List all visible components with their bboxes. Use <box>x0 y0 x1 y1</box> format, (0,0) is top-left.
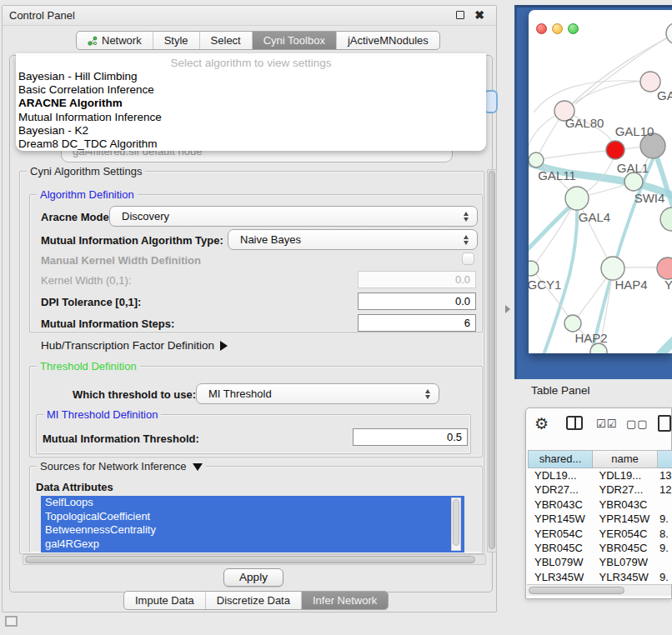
close-icon[interactable]: ✖ <box>474 8 484 22</box>
table-cell[interactable] <box>657 498 672 512</box>
node-label-y: Y <box>664 278 672 292</box>
attribute-item-gal4rgexp[interactable]: gal4RGexp <box>41 538 464 552</box>
which-threshold-combo[interactable]: MI Threshold <box>196 383 439 404</box>
settings-vscroll-thumb[interactable] <box>489 171 495 549</box>
settings-vertical-scrollbar[interactable] <box>487 169 497 552</box>
columns-icon[interactable] <box>566 416 583 430</box>
splitter-collapse-arrow[interactable] <box>505 305 510 313</box>
network-node-gal11[interactable] <box>529 152 544 168</box>
float-window-icon[interactable] <box>456 11 464 19</box>
tab-select[interactable]: Select <box>200 32 253 49</box>
bottom-tab-infer-network[interactable]: Infer Network <box>302 592 388 609</box>
table-row[interactable]: YER054CYER054C8. <box>528 527 672 541</box>
apply-button[interactable]: Apply <box>223 568 283 587</box>
table-cell[interactable]: YER054C <box>528 527 593 541</box>
settings-group-title: Cyni Algorithm Settings <box>27 165 145 178</box>
dpi-tolerance-field[interactable]: 0.0 <box>358 292 476 310</box>
bottom-tab-discretize-data[interactable]: Discretize Data <box>206 592 302 609</box>
table-cell[interactable]: YER054C <box>593 527 658 541</box>
column-header-2[interactable] <box>658 450 672 468</box>
network-node-gcy1[interactable] <box>529 261 539 276</box>
node-label-gal11: GAL11 <box>538 168 576 182</box>
algorithm-option-bayesian-k2[interactable]: Bayesian - K2 <box>16 124 486 138</box>
table-cell[interactable]: YBL079W <box>593 555 658 569</box>
table-row[interactable]: YBL079WYBL079W <box>528 555 672 569</box>
table-row[interactable]: YBR043CYBR043C <box>528 498 672 512</box>
table-row[interactable]: YDR27...YDR27...12 <box>528 482 672 497</box>
table-cell[interactable]: YBR045C <box>528 541 593 555</box>
tab-cyni-toolbox[interactable]: Cyni Toolbox <box>253 32 337 49</box>
table-cell[interactable]: YLR345W <box>528 570 593 584</box>
algorithm-option-bayesian-hill-climbing[interactable]: Bayesian - Hill Climbing <box>16 70 486 83</box>
hub-transcription-factor-expander[interactable]: Hub/Transcription Factor Definition <box>41 339 228 352</box>
table-row[interactable]: YPR145WYPR145W9. <box>528 512 672 526</box>
mi-steps-label: Mutual Information Steps: <box>41 318 174 330</box>
table-cell[interactable]: 9. <box>657 570 672 584</box>
table-cell[interactable]: YDR27... <box>593 482 658 497</box>
table-cell[interactable]: YBR043C <box>528 498 593 512</box>
table-cell[interactable]: YDL19... <box>593 468 658 482</box>
tab-network[interactable]: Network <box>77 32 153 49</box>
network-node-swi4[interactable] <box>660 208 672 231</box>
attribute-list-scroll-thumb[interactable] <box>453 499 459 546</box>
data-attributes-label: Data Attributes <box>36 481 113 493</box>
table-cell[interactable]: 9. <box>657 541 672 555</box>
network-node-gal1[interactable] <box>624 172 643 191</box>
aracne-mode-label: Aracne Mode: <box>41 211 113 223</box>
bottom-tab-impute-data[interactable]: Impute Data <box>124 592 206 609</box>
table-cell[interactable]: YDR27... <box>528 482 593 497</box>
table-horizontal-scrollbar[interactable] <box>527 584 671 596</box>
attribute-item-topologicalcoefficient[interactable]: TopologicalCoefficient <box>41 510 464 524</box>
kernel-width-field[interactable]: 0.0 <box>358 271 476 288</box>
table-row[interactable]: YBR045CYBR045C9. <box>528 541 672 555</box>
network-node-hap4[interactable] <box>601 257 624 280</box>
table-cell[interactable]: YBR043C <box>593 498 658 512</box>
settings-hscroll-thumb[interactable] <box>25 556 475 563</box>
network-node-hap2[interactable] <box>564 315 581 332</box>
unchecked-pair-icon[interactable]: ▢▢ <box>626 418 649 430</box>
settings-horizontal-scrollbar[interactable] <box>23 554 486 565</box>
algorithm-option-aracne-algorithm[interactable]: ARACNE Algorithm <box>16 97 486 110</box>
attribute-item-betweennesscentrality[interactable]: BetweennessCentrality <box>41 523 464 538</box>
cyni-bottom-tabs: Impute DataDiscretize DataInfer Network <box>123 591 389 610</box>
page-icon[interactable] <box>658 415 671 432</box>
table-cell[interactable]: YBR045C <box>593 541 658 555</box>
aracne-mode-combo[interactable]: Discovery <box>109 206 478 227</box>
mi-algorithm-type-combo[interactable]: Naive Bayes <box>228 229 478 250</box>
table-cell[interactable]: 12 <box>657 482 672 497</box>
control-panel-titlebar[interactable]: Control Panel ✖ <box>3 6 496 26</box>
minimized-panel-icon[interactable] <box>5 616 18 627</box>
table-cell[interactable]: YBL079W <box>528 555 593 569</box>
mi-steps-field[interactable]: 6 <box>358 314 476 332</box>
manual-kernel-width-checkbox[interactable] <box>462 252 474 265</box>
tab-jactivemnodules[interactable]: jActiveMNodules <box>337 32 439 49</box>
network-canvas[interactable]: GALGAL80GAL10GAL1GAL11GAL4SWI4GCY1HAP4YH… <box>529 10 672 353</box>
sources-group-title[interactable]: Sources for Network Inference <box>37 460 206 472</box>
table-cell[interactable]: YPR145W <box>528 512 593 526</box>
table-row[interactable]: YLR345WYLR345W9. <box>528 570 672 584</box>
table-cell[interactable]: YDL19... <box>528 468 593 482</box>
network-node-y[interactable] <box>657 258 672 279</box>
table-row[interactable]: YDL19...YDL19...13 <box>528 468 672 482</box>
table-hscroll-thumb[interactable] <box>529 587 624 594</box>
table-cell[interactable] <box>657 555 672 569</box>
algorithm-option-mutual-information-inference[interactable]: Mutual Information Inference <box>16 111 486 124</box>
checked-pair-icon[interactable]: ☑☑ <box>596 418 617 430</box>
table-cell[interactable]: 8. <box>657 527 672 541</box>
table-cell[interactable]: YLR345W <box>593 570 658 584</box>
network-node[interactable] <box>666 22 672 44</box>
network-node[interactable] <box>606 141 624 159</box>
attribute-item-selfloops[interactable]: SelfLoops <box>41 496 464 510</box>
gear-icon[interactable]: ⚙ <box>534 416 549 432</box>
network-node-gal4[interactable] <box>565 187 589 210</box>
mi-threshold-field[interactable]: 0.5 <box>353 428 468 446</box>
column-header-name[interactable]: name <box>593 450 658 468</box>
attribute-list-scrollbar[interactable] <box>451 498 461 551</box>
table-cell[interactable]: 9. <box>657 512 672 526</box>
table-cell[interactable]: YPR145W <box>593 512 658 526</box>
table-cell[interactable]: 13 <box>657 468 672 482</box>
algorithm-option-basic-correlation-inference[interactable]: Basic Correlation Inference <box>16 83 486 97</box>
column-header-shared[interactable]: shared... <box>528 450 593 468</box>
tab-style[interactable]: Style <box>153 32 200 49</box>
algorithm-option-dream8-dc-tdc-algorithm[interactable]: Dream8 DC_TDC Algorithm <box>16 138 486 151</box>
